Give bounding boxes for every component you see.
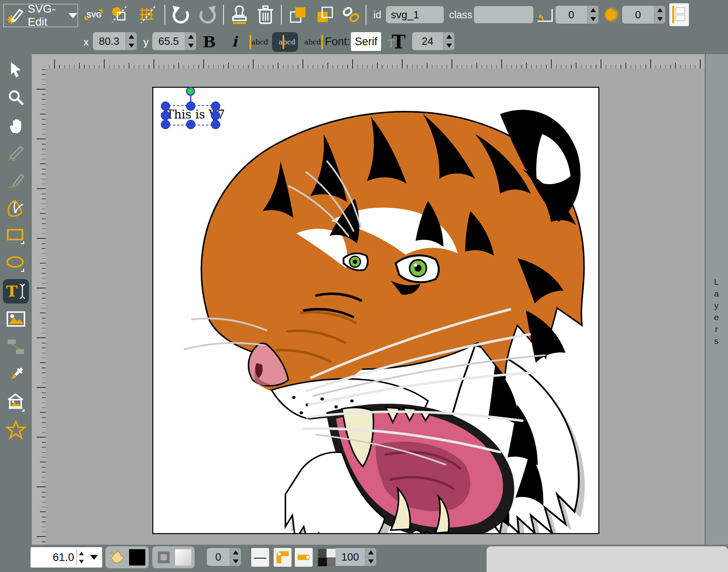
selection-handle-w[interactable]: [161, 111, 170, 120]
text-cursor-icon: [19, 283, 26, 299]
editor-preferences-button[interactable]: [138, 4, 157, 25]
selection-box: [164, 105, 217, 125]
blur-up-button[interactable]: [654, 6, 665, 15]
blur-spinner[interactable]: 0: [622, 6, 665, 24]
delete-button[interactable]: [256, 4, 275, 25]
layers-panel-toggle[interactable]: Layers: [711, 277, 721, 348]
y-down-button[interactable]: [185, 42, 196, 51]
selection-handle-e[interactable]: [211, 111, 220, 120]
shape-library-button[interactable]: [3, 390, 29, 414]
fill-color-swatch[interactable]: [129, 549, 145, 565]
font-size-up-button[interactable]: [443, 32, 454, 42]
bold-button[interactable]: B: [200, 31, 218, 52]
color-palette: [487, 546, 728, 572]
canvas[interactable]: [152, 87, 599, 534]
id-label: id: [373, 9, 381, 21]
move-to-bottom-button[interactable]: [315, 4, 335, 25]
y-spinner[interactable]: 65.5: [152, 32, 196, 50]
clone-button[interactable]: [230, 4, 249, 25]
source-editor-button[interactable]: SVG: [84, 4, 103, 25]
move-to-top-button[interactable]: [288, 4, 308, 25]
font-size-down-button[interactable]: [443, 42, 454, 51]
text-anchor-start-button[interactable]: abcd: [248, 32, 270, 52]
main-menu-button[interactable]: SVG-Edit: [3, 4, 78, 27]
selection-handle-nw[interactable]: [161, 101, 170, 111]
stroke-color-swatch[interactable]: [175, 549, 191, 565]
text-anchor-end-button[interactable]: abcd: [303, 32, 324, 52]
fill-color-group: [105, 546, 149, 568]
opacity-down-button[interactable]: [365, 557, 376, 566]
font-size-spinner[interactable]: 24: [412, 32, 454, 50]
toolbar-divider: [164, 5, 165, 24]
opacity-icon: [318, 549, 335, 566]
align-relative-to-button[interactable]: [669, 3, 689, 26]
italic-button[interactable]: i: [226, 31, 243, 52]
class-label: class: [449, 9, 472, 21]
rotate-handle[interactable]: [186, 87, 195, 96]
eyedropper-tool-button[interactable]: [3, 362, 29, 387]
rectangle-tool-button[interactable]: [3, 224, 29, 248]
stroke-linejoin-button[interactable]: [274, 548, 292, 567]
select-tool-button[interactable]: [3, 57, 29, 82]
zoom-control[interactable]: 61.0: [31, 547, 102, 568]
angle-down-button[interactable]: [588, 15, 599, 24]
pan-tool-button[interactable]: [3, 113, 29, 137]
id-input[interactable]: svg_1: [386, 6, 444, 23]
stroke-icon: [156, 549, 172, 565]
x-label: x: [83, 36, 89, 48]
anchor-middle-bar-icon: [283, 35, 284, 49]
text-anchor-middle-button[interactable]: abcd: [272, 32, 298, 52]
stroke-dash-select[interactable]: —: [251, 548, 269, 567]
ellipse-tool-button[interactable]: [3, 251, 29, 276]
svgedit-logo-icon: [7, 7, 24, 24]
menu-caret-icon: [68, 13, 77, 18]
path-tool-button[interactable]: [3, 196, 29, 220]
selection-handle-s[interactable]: [186, 120, 195, 129]
stroke-width-up-button[interactable]: [230, 548, 241, 557]
workarea[interactable]: This is V7: [46, 68, 705, 545]
line-tool-button[interactable]: [3, 168, 29, 193]
toolbar-divider: [281, 5, 282, 24]
toolbar-divider: [366, 5, 366, 24]
stroke-width-down-button[interactable]: [230, 557, 241, 566]
x-spinner[interactable]: 80.3: [93, 32, 137, 50]
text-tool-button[interactable]: T: [3, 279, 29, 304]
app-title: SVG-Edit: [28, 2, 64, 29]
redo-button[interactable]: [198, 4, 217, 25]
opacity-up-button[interactable]: [365, 548, 376, 557]
stroke-linecap-button[interactable]: [295, 548, 313, 567]
make-link-button[interactable]: [341, 4, 361, 25]
ruler-left: [32, 68, 46, 545]
tiger-artwork[interactable]: [152, 87, 599, 534]
document-properties-button[interactable]: [109, 4, 129, 25]
angle-up-button[interactable]: [588, 6, 599, 15]
selection-handle-se[interactable]: [211, 120, 220, 129]
x-down-button[interactable]: [126, 42, 137, 51]
connector-tool-button[interactable]: [3, 334, 29, 359]
font-family-button[interactable]: Serif: [351, 32, 381, 51]
toolbar-divider: [223, 5, 224, 24]
undo-button[interactable]: [171, 4, 191, 25]
angle-icon: [535, 4, 555, 25]
main-toolbar: SVG-Edit SVG: [0, 0, 728, 54]
selection-handle-sw[interactable]: [161, 120, 170, 129]
anchor-end-bar-icon: [321, 35, 323, 49]
class-input[interactable]: [474, 6, 533, 23]
zoom-dropdown-icon[interactable]: [90, 555, 98, 560]
zoom-tool-button[interactable]: [3, 85, 29, 110]
opacity-spinner[interactable]: 100: [335, 548, 376, 566]
ruler-top: [46, 54, 705, 69]
selection-handle-n[interactable]: [186, 101, 195, 111]
angle-spinner[interactable]: 0: [555, 6, 599, 24]
x-up-button[interactable]: [126, 32, 137, 42]
stroke-width-spinner[interactable]: 0: [207, 548, 241, 566]
y-up-button[interactable]: [185, 32, 196, 42]
blur-down-button[interactable]: [654, 15, 665, 24]
selection-handle-ne[interactable]: [211, 101, 220, 111]
ruler-corner: [32, 54, 46, 69]
zoom-spinner[interactable]: [77, 549, 86, 565]
star-tool-button[interactable]: [3, 418, 29, 442]
image-tool-button[interactable]: [3, 307, 29, 331]
svg-text:SVG: SVG: [86, 11, 101, 19]
pencil-tool-button[interactable]: [3, 141, 29, 165]
